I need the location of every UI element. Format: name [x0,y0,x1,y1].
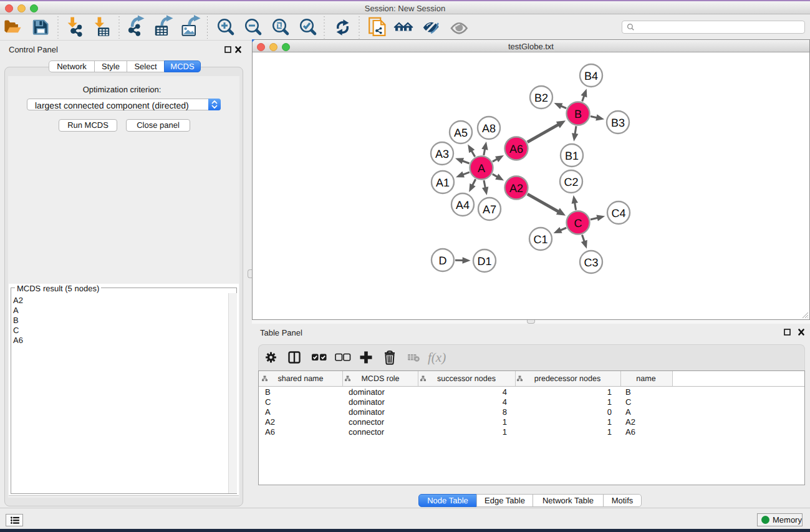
svg-text:C4: C4 [611,207,625,220]
svg-text:A6: A6 [265,427,275,437]
svg-text:B: B [574,108,582,120]
svg-text:B4: B4 [584,70,598,82]
svg-text:name: name [636,374,655,383]
svg-text:A: A [625,407,631,417]
svg-text:B: B [625,387,631,397]
svg-text:1: 1 [607,387,612,397]
svg-text:B: B [265,387,271,397]
svg-text:C2: C2 [564,176,578,188]
svg-text:A2: A2 [625,417,635,427]
svg-text:4: 4 [503,397,507,407]
svg-text:1: 1 [607,417,612,427]
svg-text:A3: A3 [435,148,449,160]
svg-text:A5: A5 [454,127,468,139]
svg-text:A6: A6 [625,427,635,437]
svg-text:B1: B1 [565,150,579,162]
svg-text:A: A [265,407,271,417]
svg-text:C: C [625,397,631,407]
svg-text:MCDS role: MCDS role [361,374,399,383]
svg-text:D: D [439,254,447,267]
svg-text:8: 8 [503,407,507,417]
svg-text:dominator: dominator [349,407,385,417]
svg-text:1: 1 [503,417,507,427]
svg-text:C1: C1 [533,233,547,246]
svg-text:connector: connector [349,427,385,437]
svg-text:A2: A2 [265,417,275,427]
svg-text:A: A [478,162,485,175]
svg-text:successor nodes: successor nodes [437,374,496,383]
svg-text:predecessor nodes: predecessor nodes [534,374,600,383]
svg-text:dominator: dominator [349,387,385,397]
svg-text:B2: B2 [534,92,548,104]
svg-text:C: C [574,217,582,230]
svg-text:1: 1 [607,427,612,437]
svg-text:f(x): f(x) [428,350,446,365]
svg-text:A6: A6 [509,143,523,155]
svg-text:D1: D1 [477,255,491,268]
svg-text:dominator: dominator [349,397,385,407]
svg-text:shared name: shared name [278,374,324,383]
svg-text:connector: connector [349,417,385,427]
svg-text:B3: B3 [611,117,625,129]
svg-text:A1: A1 [436,177,450,189]
svg-text:0: 0 [607,407,612,417]
svg-text:1: 1 [607,397,612,407]
svg-text:4: 4 [503,387,507,397]
svg-text:A2: A2 [509,182,523,195]
svg-text:C3: C3 [584,256,598,269]
svg-text:A8: A8 [482,122,496,135]
svg-text:C: C [265,397,271,407]
svg-text:1: 1 [503,427,507,437]
svg-text:A7: A7 [483,203,496,216]
svg-text:A4: A4 [456,199,470,211]
